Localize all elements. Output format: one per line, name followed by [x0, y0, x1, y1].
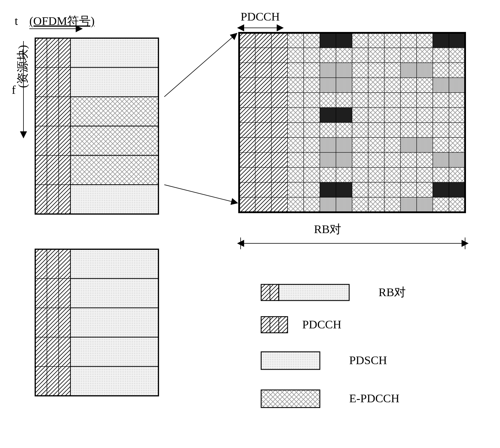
svg-rect-185	[320, 167, 336, 182]
svg-rect-165	[449, 138, 465, 152]
svg-rect-195	[255, 182, 271, 197]
svg-rect-112	[271, 93, 288, 108]
legend-epdcch-label: E-PDCCH	[349, 392, 399, 405]
svg-rect-73	[320, 48, 336, 63]
svg-rect-105	[384, 78, 401, 93]
legend-epdcch: E-PDCCH	[261, 390, 399, 408]
svg-rect-89	[352, 63, 368, 78]
svg-rect-167	[255, 152, 271, 167]
svg-rect-208	[239, 197, 255, 212]
svg-rect-135	[417, 108, 433, 123]
svg-rect-25	[47, 155, 59, 185]
svg-rect-168	[271, 152, 288, 167]
svg-rect-216	[368, 197, 384, 212]
legend-rb-pair: RB对	[261, 284, 406, 301]
svg-rect-160	[368, 138, 384, 152]
svg-rect-28	[35, 185, 47, 214]
svg-rect-109	[449, 78, 465, 93]
svg-rect-85	[288, 63, 304, 78]
svg-rect-198	[304, 182, 320, 197]
svg-rect-99	[288, 78, 304, 93]
svg-rect-128	[304, 108, 320, 123]
svg-rect-86	[304, 63, 320, 78]
svg-rect-64	[401, 33, 417, 48]
svg-rect-194	[239, 182, 255, 197]
svg-rect-159	[352, 138, 368, 152]
svg-rect-124	[239, 108, 255, 123]
svg-rect-188	[368, 167, 384, 182]
svg-rect-23	[70, 126, 158, 155]
svg-rect-41	[35, 308, 47, 337]
svg-rect-190	[401, 167, 417, 182]
svg-rect-104	[368, 78, 384, 93]
svg-rect-51	[59, 366, 70, 396]
svg-rect-178	[433, 152, 449, 167]
zoom-arrow-top	[164, 35, 235, 97]
svg-rect-182	[271, 167, 288, 182]
svg-rect-101	[320, 78, 336, 93]
svg-rect-203	[384, 182, 401, 197]
svg-rect-154	[271, 138, 288, 152]
svg-rect-21	[47, 126, 59, 155]
svg-rect-96	[239, 78, 255, 93]
svg-rect-144	[336, 123, 352, 138]
legend-rb-pair-label: RB对	[379, 286, 406, 299]
svg-rect-97	[255, 78, 271, 93]
svg-rect-218	[401, 197, 417, 212]
svg-rect-91	[384, 63, 401, 78]
svg-rect-173	[352, 152, 368, 167]
svg-rect-126	[271, 108, 288, 123]
svg-rect-214	[336, 197, 352, 212]
svg-rect-153	[255, 138, 271, 152]
svg-rect-10	[59, 38, 70, 67]
svg-rect-16	[35, 97, 47, 126]
svg-rect-158	[336, 138, 352, 152]
svg-rect-225	[279, 284, 349, 301]
svg-rect-72	[304, 48, 320, 63]
svg-rect-83	[255, 63, 271, 78]
svg-rect-120	[401, 93, 417, 108]
svg-rect-184	[304, 167, 320, 182]
svg-rect-119	[384, 93, 401, 108]
svg-rect-114	[304, 93, 320, 108]
zoom-arrow-bottom	[164, 185, 235, 202]
svg-rect-76	[368, 48, 384, 63]
svg-rect-179	[449, 152, 465, 167]
svg-rect-142	[304, 123, 320, 138]
svg-rect-137	[449, 108, 465, 123]
svg-rect-81	[449, 48, 465, 63]
svg-rect-161	[384, 138, 401, 152]
svg-rect-125	[255, 108, 271, 123]
svg-rect-113	[288, 93, 304, 108]
svg-rect-54	[239, 33, 255, 48]
svg-rect-11	[70, 38, 158, 67]
svg-rect-17	[47, 97, 59, 126]
legend-pdsch: PDSCH	[261, 352, 387, 369]
svg-rect-79	[417, 48, 433, 63]
svg-rect-140	[271, 123, 288, 138]
svg-rect-129	[320, 108, 336, 123]
svg-rect-192	[433, 167, 449, 182]
svg-rect-217	[384, 197, 401, 212]
svg-rect-136	[433, 108, 449, 123]
svg-rect-117	[352, 93, 368, 108]
svg-rect-196	[271, 182, 288, 197]
svg-rect-211	[288, 197, 304, 212]
svg-rect-209	[255, 197, 271, 212]
svg-rect-141	[288, 123, 304, 138]
svg-rect-44	[70, 308, 158, 337]
svg-rect-205	[417, 182, 433, 197]
f-paren-label: (资源块)	[16, 45, 29, 88]
svg-rect-20	[35, 126, 47, 155]
lower-left-grid	[35, 249, 158, 396]
svg-rect-58	[304, 33, 320, 48]
svg-rect-111	[255, 93, 271, 108]
svg-rect-49	[35, 366, 47, 396]
svg-rect-210	[271, 197, 288, 212]
svg-rect-186	[336, 167, 352, 182]
svg-rect-118	[368, 93, 384, 108]
svg-rect-187	[352, 167, 368, 182]
svg-rect-22	[59, 126, 70, 155]
svg-rect-171	[320, 152, 336, 167]
svg-rect-52	[70, 366, 158, 396]
